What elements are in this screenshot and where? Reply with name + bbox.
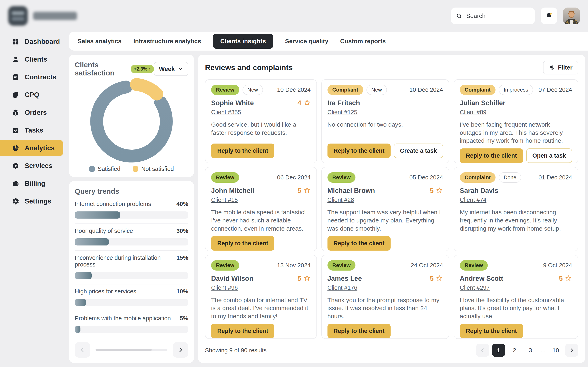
review-card: Review 24 Oct 2024 James Lee 5 Client #1… <box>321 255 449 339</box>
page-button-1[interactable]: 1 <box>492 344 505 357</box>
client-name: Julian Schiller <box>460 99 506 107</box>
pie-chart-icon <box>12 144 19 152</box>
search-bar[interactable] <box>451 8 535 24</box>
gear-icon <box>12 198 19 205</box>
sidebar-item-clients[interactable]: Clients <box>0 51 63 67</box>
sidebar-item-orders[interactable]: Orders <box>0 104 63 121</box>
page-button-3[interactable]: 3 <box>524 344 537 357</box>
task-button[interactable]: Create a task <box>394 143 443 158</box>
client-link[interactable]: Client #96 <box>211 284 238 291</box>
reply-button[interactable]: Reply to the client <box>328 324 391 338</box>
client-link[interactable]: Client #355 <box>211 109 241 116</box>
tasks-icon <box>12 127 19 134</box>
client-link[interactable]: Client #125 <box>328 109 357 116</box>
review-text: Good service, but I would like a faster … <box>211 120 311 137</box>
client-name: James Lee <box>328 275 362 282</box>
satisfaction-donut-chart <box>88 78 175 165</box>
bell-icon <box>545 12 553 20</box>
reply-button[interactable]: Reply to the client <box>211 143 274 158</box>
review-text: I’ve been facing frequent network outage… <box>460 120 572 145</box>
sidebar-item-label: Settings <box>25 197 51 205</box>
type-badge: Review <box>328 260 356 271</box>
trend-bar-fill <box>75 211 120 218</box>
sidebar: Dashboard Clients Contracts CPQ Orders T… <box>0 32 69 367</box>
trend-label: Problems with the mobile application <box>75 315 171 322</box>
trend-bar-fill <box>75 238 109 245</box>
period-dropdown[interactable]: Week <box>154 62 188 76</box>
trend-label: High prices for services <box>75 288 136 295</box>
trend-row: Poor quality of service30% <box>75 224 188 250</box>
user-avatar[interactable] <box>563 8 580 24</box>
trend-bar-track <box>75 211 188 218</box>
review-text: The combo plan for internet and TV is a … <box>211 296 311 320</box>
status-badge: New <box>366 85 387 95</box>
trend-row: Internet connection problems40% <box>75 197 188 224</box>
next-page-button[interactable] <box>565 344 578 357</box>
sidebar-item-settings[interactable]: Settings <box>0 193 63 209</box>
tab-infrastructure-analytics[interactable]: Infrastructure analytics <box>133 38 201 45</box>
scroll-left-button[interactable] <box>75 342 90 358</box>
review-card: Complaint New 10 Dec 2024 Ira Fritsch Cl… <box>321 79 449 163</box>
results-summary: Showing 9 of 90 results <box>205 347 267 354</box>
client-link[interactable]: Client #176 <box>328 284 357 291</box>
client-link[interactable]: Client #89 <box>460 109 486 116</box>
legend-swatch-satisfied <box>89 166 95 172</box>
scrollbar-track[interactable] <box>95 349 167 351</box>
type-badge: Complaint <box>460 172 495 183</box>
trend-bar-track <box>75 272 188 279</box>
card-date: 9 Oct 2024 <box>543 262 572 269</box>
review-text: Thank you for the prompt response to my … <box>328 296 443 320</box>
search-input[interactable] <box>466 12 530 20</box>
reply-button[interactable]: Reply to the client <box>328 236 391 250</box>
scroll-right-button[interactable] <box>173 342 188 358</box>
type-badge: Review <box>460 260 488 271</box>
filter-button[interactable]: Filter <box>543 61 578 75</box>
trend-value: 5% <box>180 315 188 322</box>
task-button[interactable]: Open a task <box>526 149 572 163</box>
client-link[interactable]: Client #297 <box>460 284 490 291</box>
card-date: 10 Dec 2024 <box>409 86 443 93</box>
type-badge: Review <box>328 172 356 183</box>
tab-sales-analytics[interactable]: Sales analytics <box>78 38 121 45</box>
sidebar-item-analytics[interactable]: Analytics <box>0 140 63 156</box>
legend-item-satisfied: Satisfied <box>89 166 121 172</box>
reply-button[interactable]: Reply to the client <box>211 236 274 250</box>
chevron-down-icon <box>178 66 183 72</box>
client-link[interactable]: Client #74 <box>460 197 486 203</box>
reply-button[interactable]: Reply to the client <box>460 324 523 338</box>
notifications-button[interactable] <box>541 8 557 24</box>
trend-bar-track <box>75 238 188 245</box>
sidebar-item-label: Orders <box>25 109 47 117</box>
page-button-10[interactable]: 10 <box>549 344 562 357</box>
client-name: Sophia White <box>211 99 254 107</box>
sidebar-item-label: CPQ <box>25 91 39 99</box>
trend-bar-fill <box>75 272 92 279</box>
client-name: Andrew Scott <box>460 275 503 282</box>
type-badge: Complaint <box>460 85 495 95</box>
sidebar-item-label: Contracts <box>25 73 56 81</box>
sidebar-item-tasks[interactable]: Tasks <box>0 122 63 138</box>
sidebar-item-label: Clients <box>25 55 47 63</box>
review-text: My internet has been disconnecting frequ… <box>460 208 572 233</box>
prev-page-button[interactable] <box>476 344 489 357</box>
document-icon <box>12 73 19 81</box>
tab-custom-reports[interactable]: Custom reports <box>340 38 386 45</box>
reply-button[interactable]: Reply to the client <box>460 149 523 163</box>
sidebar-item-dashboard[interactable]: Dashboard <box>0 33 63 50</box>
tab-clients-insights[interactable]: Clients insights <box>213 34 273 49</box>
reply-button[interactable]: Reply to the client <box>211 324 274 338</box>
box-icon <box>12 109 19 117</box>
card-date: 07 Dec 2024 <box>539 86 572 93</box>
tab-service-quality[interactable]: Service quality <box>285 38 328 45</box>
client-link[interactable]: Client #15 <box>211 197 238 203</box>
reply-button[interactable]: Reply to the client <box>328 143 391 158</box>
topbar <box>0 0 588 32</box>
sidebar-item-contracts[interactable]: Contracts <box>0 69 63 85</box>
sidebar-item-cpq[interactable]: CPQ <box>0 87 63 103</box>
sidebar-item-billing[interactable]: Billing <box>0 175 63 192</box>
sidebar-item-services[interactable]: Services <box>0 158 63 174</box>
scrollbar-thumb[interactable] <box>95 349 152 351</box>
search-icon <box>456 12 462 19</box>
client-link[interactable]: Client #28 <box>328 197 354 203</box>
page-button-2[interactable]: 2 <box>508 344 521 357</box>
